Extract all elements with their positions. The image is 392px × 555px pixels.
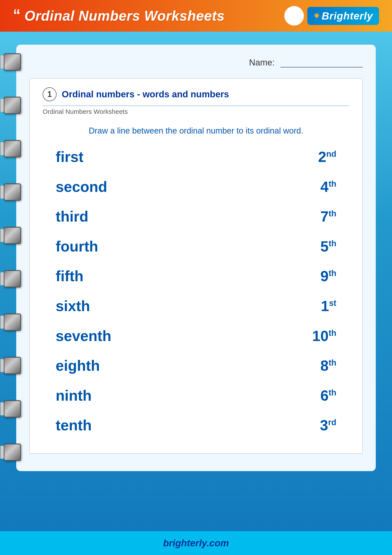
word-seventh: seventh — [56, 321, 111, 351]
number-7th: 7th — [320, 202, 336, 232]
spiral-ring-10 — [4, 444, 21, 461]
spiral-binding — [4, 53, 21, 461]
word-second: second — [56, 172, 111, 202]
numbers-column: 2nd 4th 7th 5th 9th 1st 10th 8th 6th 3rd — [312, 142, 336, 440]
exercise-subtitle: Ordinal Numbers Worksheets — [43, 108, 349, 115]
name-label: Name: — [249, 58, 275, 67]
spiral-ring-3 — [4, 140, 21, 157]
exercise-title: Ordinal numbers - words and numbers — [62, 89, 229, 100]
words-column: first second third fourth fifth sixth se… — [56, 142, 111, 440]
number-3rd: 3rd — [320, 410, 336, 440]
spiral-ring-2 — [4, 97, 21, 114]
logo-text: Brighterly — [322, 10, 373, 22]
number-2nd: 2nd — [318, 142, 336, 172]
main-content: Name: 1 Ordinal numbers - words and numb… — [16, 45, 376, 471]
name-row: Name: — [29, 58, 363, 67]
name-line — [280, 67, 363, 67]
logo-circle — [284, 6, 304, 26]
sun-icon: ✸ — [314, 11, 320, 20]
header: “ Ordinal Numbers Worksheets ✸ Brighterl… — [0, 0, 392, 32]
header-title: Ordinal Numbers Worksheets — [24, 8, 225, 24]
word-tenth: tenth — [56, 410, 111, 440]
footer-text: brighterly.com — [163, 538, 229, 548]
number-1st: 1st — [321, 291, 336, 321]
word-eighth: eighth — [56, 351, 111, 381]
logo-badge: ✸ Brighterly — [307, 7, 379, 25]
number-8th: 8th — [320, 351, 336, 381]
number-10th: 10th — [312, 321, 336, 351]
logo-area: ✸ Brighterly — [284, 6, 379, 26]
exercise-box: 1 Ordinal numbers - words and numbers Or… — [29, 78, 363, 454]
word-first: first — [56, 142, 111, 172]
word-fifth: fifth — [56, 261, 111, 291]
page-wrapper: “ Ordinal Numbers Worksheets ✸ Brighterl… — [0, 0, 392, 555]
number-5th: 5th — [320, 232, 336, 262]
spiral-ring-1 — [4, 53, 21, 71]
footer: brighterly.com — [0, 531, 392, 555]
number-9th: 9th — [320, 261, 336, 291]
spiral-ring-4 — [4, 183, 21, 201]
spiral-ring-6 — [4, 270, 21, 287]
number-4th: 4th — [320, 172, 336, 202]
spiral-ring-9 — [4, 400, 21, 417]
word-ninth: ninth — [56, 381, 111, 411]
number-6th: 6th — [320, 381, 336, 411]
header-left: “ Ordinal Numbers Worksheets — [13, 8, 225, 24]
instruction: Draw a line between the ordinal number t… — [43, 126, 349, 136]
word-fourth: fourth — [56, 232, 111, 262]
spiral-ring-5 — [4, 227, 21, 244]
spiral-ring-7 — [4, 314, 21, 331]
word-sixth: sixth — [56, 291, 111, 321]
matching-area: first second third fourth fifth sixth se… — [43, 142, 349, 440]
word-third: third — [56, 202, 111, 232]
spiral-ring-8 — [4, 357, 21, 374]
quote-icon: “ — [13, 7, 21, 22]
exercise-header-text: Ordinal numbers - words and numbers — [62, 89, 229, 100]
exercise-number: 1 — [43, 87, 57, 101]
exercise-header: 1 Ordinal numbers - words and numbers — [43, 87, 349, 106]
